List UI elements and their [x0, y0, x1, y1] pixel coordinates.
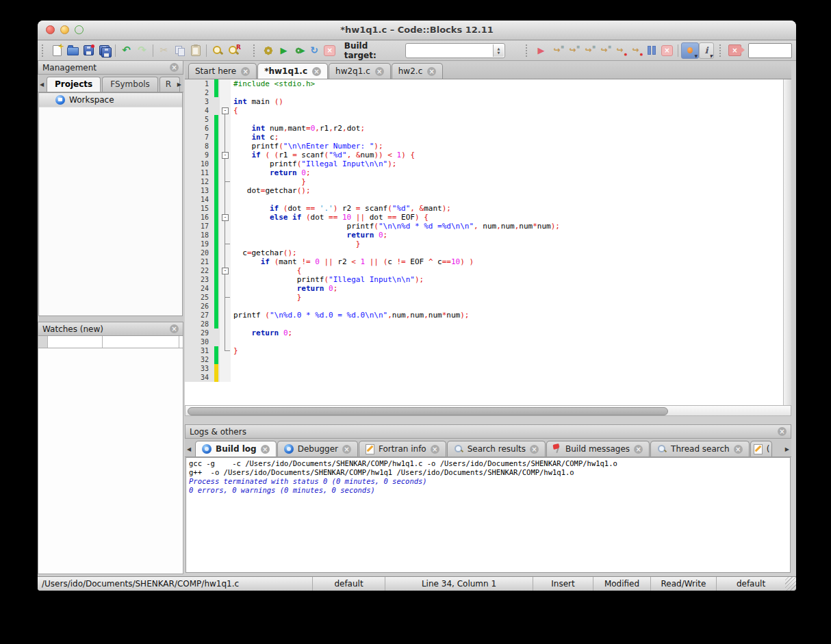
line-number[interactable]: 9 — [185, 151, 214, 159]
tab-close-icon[interactable]: × — [261, 445, 270, 454]
code-text[interactable]: { — [231, 106, 783, 115]
line-number[interactable]: 23 — [185, 275, 214, 284]
next-instruction-button[interactable]: ↪● — [612, 43, 628, 58]
line-number[interactable]: 20 — [185, 248, 214, 257]
logs-tab-thread-search[interactable]: Thread search× — [650, 441, 750, 456]
tab-close-icon[interactable]: × — [634, 445, 643, 454]
fold-margin[interactable]: - — [220, 213, 231, 222]
scroll-left-icon[interactable]: ◀ — [187, 446, 191, 452]
tab-close-icon[interactable]: × — [734, 445, 743, 454]
editor-tab[interactable]: *hw1q1.c× — [257, 63, 328, 79]
cut-button[interactable]: ✂ — [156, 43, 172, 58]
fold-margin[interactable]: - — [220, 106, 231, 115]
code-text[interactable] — [231, 355, 783, 364]
rebuild-button[interactable]: ↻ — [307, 43, 322, 58]
code-text[interactable]: #include <stdio.h> — [231, 79, 783, 88]
paste-button[interactable] — [188, 43, 203, 58]
line-number[interactable]: 31 — [185, 346, 214, 355]
new-file-button[interactable]: + — [49, 43, 65, 58]
tab-close-icon[interactable]: × — [241, 67, 250, 76]
line-number[interactable]: 24 — [185, 284, 214, 293]
fold-margin[interactable]: - — [220, 266, 231, 275]
tab-close-icon[interactable]: × — [427, 67, 436, 76]
code-text[interactable]: int main () — [231, 97, 783, 106]
code-text[interactable]: printf("\n\nEnter Number: "); — [231, 142, 783, 151]
line-number[interactable]: 1 — [185, 79, 214, 88]
line-number[interactable]: 30 — [185, 337, 214, 346]
logs-caption[interactable]: Logs & others × — [185, 424, 791, 439]
code-text[interactable]: { — [231, 266, 783, 275]
code-text[interactable]: else if (dot == 10 || dot == EOF) { — [231, 213, 783, 222]
code-text[interactable]: if (mant != 0 || r2 < 1 || (c != EOF ^ c… — [231, 257, 783, 266]
fold-margin[interactable]: - — [220, 151, 231, 159]
line-number[interactable]: 5 — [185, 115, 214, 124]
undo-button[interactable]: ↶ — [118, 43, 134, 58]
copy-button[interactable] — [172, 43, 188, 58]
tab-close-icon[interactable]: × — [431, 445, 439, 454]
code-text[interactable] — [231, 373, 783, 382]
tab-close-icon[interactable]: × — [375, 67, 384, 76]
code-text[interactable]: int num,mant=0,r1,r2,dot; — [231, 124, 783, 133]
line-number[interactable]: 12 — [185, 177, 214, 186]
clear-search-button[interactable]: × — [727, 43, 743, 58]
code-text[interactable] — [231, 320, 783, 329]
abort-build-button[interactable]: × — [322, 43, 337, 58]
line-number[interactable]: 32 — [185, 355, 214, 364]
line-number[interactable]: 18 — [185, 231, 214, 240]
debugging-windows-button[interactable]: ▼ — [681, 42, 699, 59]
code-text[interactable] — [231, 364, 783, 373]
line-number[interactable]: 22 — [185, 266, 214, 275]
tab-close-icon[interactable]: × — [312, 67, 321, 76]
window-titlebar[interactable]: *hw1q1.c – Code::Blocks 12.11 — [38, 21, 796, 40]
code-text[interactable]: } — [231, 293, 783, 302]
watches-column[interactable] — [48, 336, 103, 348]
watches-list[interactable] — [38, 348, 183, 574]
editor-tab[interactable]: Start here× — [188, 63, 257, 79]
code-text[interactable]: return 0; — [231, 231, 783, 240]
line-number[interactable]: 7 — [185, 133, 214, 142]
code-text[interactable]: printf("Illegal Input\n\n"); — [231, 159, 783, 168]
find-button[interactable] — [209, 43, 225, 58]
incremental-search-input[interactable] — [748, 43, 792, 58]
editor-horizontal-scrollbar[interactable] — [185, 405, 791, 416]
code-text[interactable]: printf("\n\n%d * %d =%d\n\n", num,num,nu… — [231, 222, 783, 231]
management-tab-projects[interactable]: Projects — [47, 77, 101, 92]
code-text[interactable]: if ( (r1 = scanf("%d", &num)) < 1) { — [231, 151, 783, 159]
code-text[interactable]: return 0; — [231, 284, 783, 293]
editor-tab[interactable]: hw2.c× — [392, 63, 443, 79]
save-all-button[interactable] — [97, 43, 112, 58]
watches-close-icon[interactable]: × — [170, 324, 179, 333]
run-button[interactable]: ▶ — [276, 43, 291, 58]
toolbar-grip[interactable] — [719, 44, 724, 57]
logs-tab-build-log[interactable]: Build log× — [195, 441, 277, 456]
line-number[interactable]: 3 — [185, 97, 214, 106]
code-text[interactable]: dot=getchar(); — [231, 186, 783, 195]
code-text[interactable]: int c; — [231, 133, 783, 142]
watches-column[interactable] — [103, 336, 179, 348]
code-text[interactable]: if (dot == '.') r2 = scanf("%d", &mant); — [231, 204, 783, 213]
build-target-select[interactable]: ▲ ▼ — [405, 43, 505, 58]
save-button[interactable] — [81, 43, 97, 58]
break-debugger-button[interactable] — [643, 43, 659, 58]
logs-tab-partial[interactable]: ( — [750, 441, 772, 456]
redo-button[interactable]: ↷ — [134, 43, 150, 58]
editor-vertical-scrollbar[interactable] — [783, 79, 791, 405]
management-close-icon[interactable]: × — [170, 63, 179, 72]
line-number[interactable]: 27 — [185, 311, 214, 320]
scrollbar-thumb[interactable] — [188, 407, 668, 415]
code-area[interactable]: 1#include <stdio.h>23int main ()4-{56 in… — [185, 79, 783, 405]
line-number[interactable]: 8 — [185, 142, 214, 151]
toolbar-grip[interactable] — [42, 44, 46, 57]
watches-column[interactable] — [179, 336, 183, 348]
debug-continue-button[interactable]: ▶ — [533, 43, 549, 58]
replace-button[interactable]: R — [225, 43, 241, 58]
logs-tab-build-messages[interactable]: Build messages× — [546, 441, 650, 456]
step-into-button[interactable]: ↪■ — [580, 43, 596, 58]
line-number[interactable]: 26 — [185, 302, 214, 311]
line-number[interactable]: 28 — [185, 320, 214, 329]
step-into-instruction-button[interactable]: ↪● — [628, 43, 643, 58]
line-number[interactable]: 15 — [185, 204, 214, 213]
toolbar-grip[interactable] — [526, 44, 530, 57]
management-caption[interactable]: Management × — [38, 60, 183, 75]
line-number[interactable]: 14 — [185, 195, 214, 204]
